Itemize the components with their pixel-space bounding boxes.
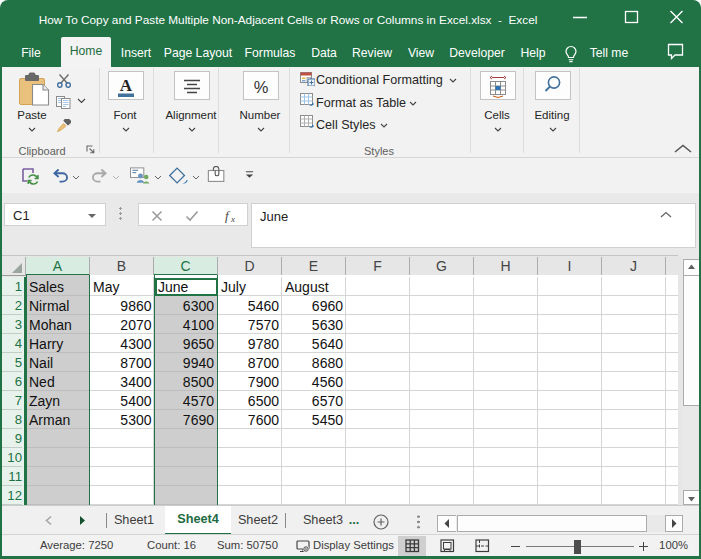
svg-text:x: x	[230, 214, 235, 223]
svg-text:%: %	[254, 78, 269, 96]
svg-text:A: A	[120, 76, 133, 95]
